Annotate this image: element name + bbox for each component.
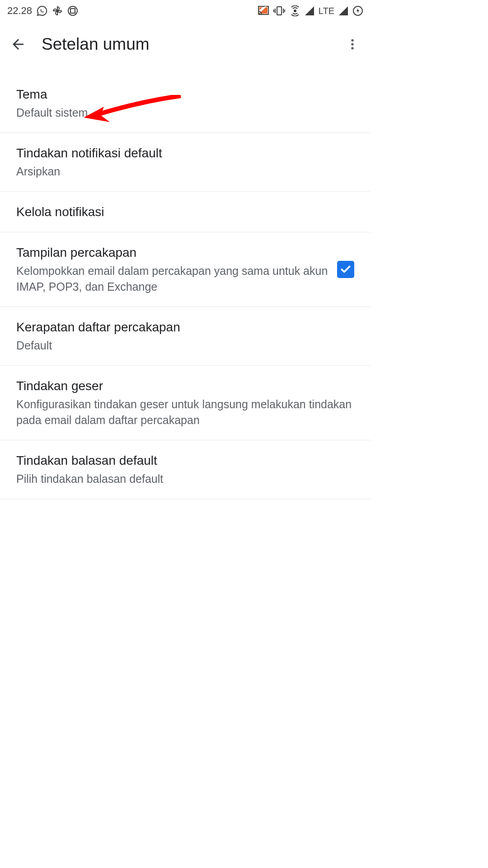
svg-point-10: [351, 39, 354, 42]
back-button[interactable]: [7, 33, 29, 55]
setting-title: Kerapatan daftar percakapan: [16, 319, 354, 336]
setting-theme[interactable]: Tema Default sistem: [0, 67, 371, 133]
setting-title: Tindakan notifikasi default: [16, 145, 354, 162]
setting-title: Tampilan percakapan: [16, 244, 328, 261]
cast-icon: [258, 6, 269, 16]
check-icon: [340, 264, 352, 275]
battery-icon: [352, 5, 363, 16]
setting-default-notification-action[interactable]: Tindakan notifikasi default Arsipkan: [0, 133, 371, 192]
status-time: 22.28: [7, 5, 32, 17]
signal-icon: [305, 6, 314, 15]
setting-title: Tindakan balasan default: [16, 452, 354, 469]
svg-point-11: [351, 43, 354, 46]
setting-list-density[interactable]: Kerapatan daftar percakapan Default: [0, 307, 371, 366]
setting-subtitle: Default sistem: [16, 105, 354, 121]
network-label: LTE: [319, 6, 334, 16]
settings-list: Tema Default sistem Tindakan notifikasi …: [0, 67, 371, 499]
svg-point-8: [294, 10, 296, 12]
setting-title: Kelola notifikasi: [16, 203, 354, 221]
setting-default-reply-action[interactable]: Tindakan balasan default Pilih tindakan …: [0, 440, 371, 499]
setting-title: Tindakan geser: [16, 377, 354, 395]
app-icon: [67, 5, 78, 16]
setting-manage-notifications[interactable]: Kelola notifikasi: [0, 192, 371, 233]
svg-rect-1: [70, 9, 75, 13]
conversation-view-checkbox[interactable]: [337, 261, 354, 278]
pinwheel-icon: [52, 5, 63, 16]
overflow-menu-button[interactable]: [342, 33, 363, 55]
svg-rect-3: [277, 7, 282, 15]
whatsapp-icon: [37, 5, 47, 16]
setting-subtitle: Konfigurasikan tindakan geser untuk lang…: [16, 396, 354, 428]
setting-subtitle: Kelompokkan email dalam percakapan yang …: [16, 263, 328, 295]
setting-conversation-view[interactable]: Tampilan percakapan Kelompokkan email da…: [0, 232, 371, 307]
arrow-back-icon: [10, 36, 26, 52]
page-title: Setelan umum: [42, 35, 329, 54]
setting-subtitle: Arsipkan: [16, 164, 354, 179]
signal-icon-2: [339, 6, 348, 15]
svg-point-12: [351, 47, 354, 50]
more-vert-icon: [346, 38, 359, 51]
setting-title: Tema: [16, 86, 354, 103]
setting-subtitle: Default: [16, 338, 354, 354]
status-bar: 22.28: [0, 0, 371, 22]
setting-subtitle: Pilih tindakan balasan default: [16, 471, 354, 487]
hotspot-icon: [290, 5, 300, 16]
setting-swipe-action[interactable]: Tindakan geser Konfigurasikan tindakan g…: [0, 366, 371, 440]
vibrate-icon: [273, 6, 285, 16]
svg-point-0: [68, 6, 77, 15]
app-bar: Setelan umum: [0, 22, 371, 67]
